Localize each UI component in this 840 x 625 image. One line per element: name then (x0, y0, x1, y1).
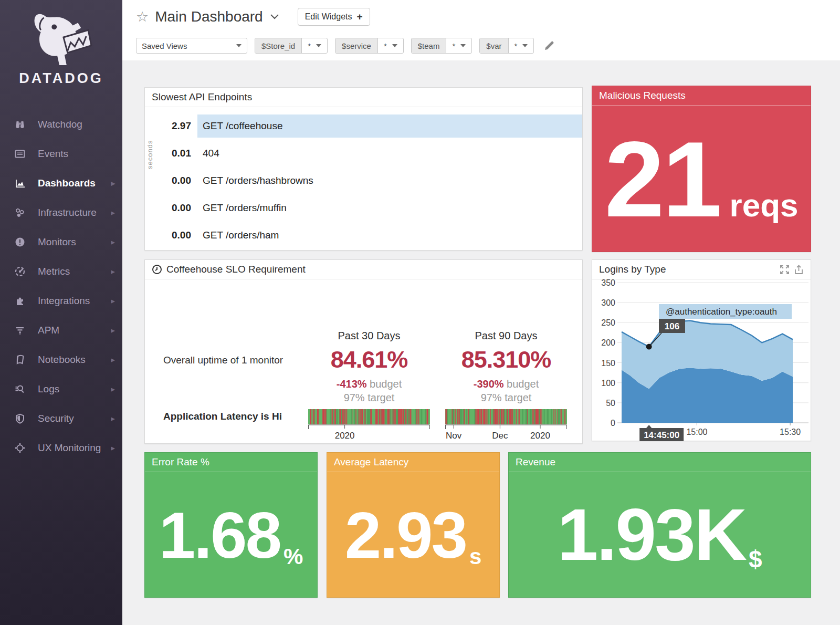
gauge-icon (14, 265, 26, 278)
query-value: 1.93K (557, 498, 746, 571)
variable-name: $service (335, 38, 378, 53)
sidebar-item-label: Metrics (38, 266, 111, 277)
variable-value[interactable]: * (378, 38, 403, 53)
slo-period-label: Past 30 Days (306, 330, 432, 342)
toplist-row[interactable]: 2.97GET /coffeehouse (145, 112, 582, 140)
widget-logins-by-type[interactable]: Logins by Type 05010015020025030035015:0… (592, 259, 811, 441)
sidebar-item-security[interactable]: Security▸ (0, 404, 122, 433)
slo-target: 97% target (443, 392, 569, 404)
edit-widgets-button[interactable]: Edit Widgets + (298, 8, 370, 26)
dashboard-canvas: Slowest API Endpoints seconds 2.97GET /c… (122, 60, 840, 625)
widget-average-latency[interactable]: Average Latency 2.93 s (327, 452, 500, 598)
export-share-icon[interactable] (794, 265, 804, 275)
widget-title: Slowest API Endpoints (145, 88, 582, 107)
puzzle-icon (14, 295, 26, 307)
chevron-right-icon: ▸ (111, 326, 115, 335)
widget-revenue[interactable]: Revenue 1.93K $ (508, 452, 811, 598)
svg-text:250: 250 (601, 318, 615, 327)
sidebar-item-integrations[interactable]: Integrations▸ (0, 286, 122, 316)
svg-text:Nov: Nov (446, 431, 462, 441)
query-unit: % (284, 546, 303, 568)
sidebar-item-logs[interactable]: Logs▸ (0, 374, 122, 404)
toplist-row[interactable]: 0.00GET /orders/ham (145, 222, 582, 249)
variable-name: $Store_id (255, 38, 302, 53)
chevron-down-icon (236, 44, 242, 47)
sidebar-item-ux-monitoring[interactable]: UX Monitoring▸ (0, 433, 122, 463)
edit-variables-pencil-icon[interactable] (543, 40, 555, 51)
sidebar-item-watchdog[interactable]: Watchdog (0, 110, 122, 139)
variable-value[interactable]: * (509, 38, 534, 53)
toplist-row[interactable]: 0.00GET /orders/hashbrowns (145, 167, 582, 194)
widget-error-rate[interactable]: Error Rate % 1.68 % (144, 452, 318, 598)
svg-text:350: 350 (601, 279, 615, 287)
slo-period-label: Past 90 Days (443, 330, 569, 342)
sidebar-item-label: Infrastructure (38, 207, 111, 218)
template-variable-team[interactable]: $team* (411, 38, 472, 54)
slo-budget: -413% budget (306, 378, 432, 390)
sidebar-item-metrics[interactable]: Metrics▸ (0, 257, 122, 286)
widget-malicious-requests[interactable]: Malicious Requests 21 reqs (592, 86, 811, 252)
chevron-right-icon: ▸ (111, 179, 115, 188)
toplist-row[interactable]: 0.01404 (145, 140, 582, 167)
row-label: GET /orders/ham (203, 230, 279, 241)
toplist-row[interactable]: 0.00GET /orders/muffin (145, 194, 582, 222)
slo-time-axis: NovDec2020 (445, 424, 567, 442)
svg-text:200: 200 (601, 338, 615, 347)
variable-value[interactable]: * (302, 38, 327, 53)
sidebar-item-notebooks[interactable]: Notebooks▸ (0, 345, 122, 374)
logins-stacked-area-chart[interactable]: 05010015020025030035015:0015:30@authenti… (592, 279, 811, 441)
chevron-right-icon: ▸ (111, 355, 115, 364)
row-label: GET /orders/muffin (203, 202, 287, 214)
variable-name: $var (480, 38, 508, 53)
title-chevron-down-icon[interactable] (270, 14, 279, 19)
sidebar-item-dashboards[interactable]: Dashboards▸ (0, 169, 122, 198)
row-value: 0.00 (145, 202, 191, 214)
query-value: 2.93 (345, 502, 466, 568)
log-search-icon (14, 383, 26, 395)
template-variable-Store_id[interactable]: $Store_id* (255, 38, 328, 54)
row-label: 404 (203, 148, 219, 159)
sidebar-item-label: Dashboards (38, 178, 111, 189)
svg-text:15:00: 15:00 (686, 428, 707, 436)
row-value: 0.01 (145, 148, 191, 159)
widget-title: Malicious Requests (592, 86, 811, 106)
toplist-body: seconds 2.97GET /coffeehouse0.014040.00G… (145, 107, 582, 249)
row-label: GET /coffeehouse (203, 120, 282, 132)
area-chart-icon (14, 177, 26, 190)
expand-icon[interactable] (780, 265, 790, 275)
slo-budget: -390% budget (443, 378, 569, 390)
variable-value[interactable]: * (446, 38, 471, 53)
template-variable-var[interactable]: $var* (479, 38, 534, 54)
svg-text:2020: 2020 (530, 431, 550, 441)
chevron-right-icon: ▸ (111, 443, 115, 453)
chevron-right-icon: ▸ (111, 296, 115, 306)
widget-title: Coffeehouse SLO Requirement (166, 264, 306, 275)
widget-title: Logins by Type (599, 264, 666, 275)
widget-title: Error Rate % (145, 453, 317, 472)
chevron-right-icon: ▸ (111, 237, 115, 247)
sidebar-item-apm[interactable]: APM▸ (0, 316, 122, 345)
globe-nodes-icon (14, 442, 26, 454)
sidebar-item-label: APM (38, 325, 111, 336)
sidebar-item-infrastructure[interactable]: Infrastructure▸ (0, 198, 122, 227)
sidebar-item-label: Monitors (38, 236, 111, 248)
row-value: 2.97 (145, 120, 191, 132)
widget-coffeehouse-slo[interactable]: Coffeehouse SLO Requirement Overall upti… (144, 259, 583, 444)
row-value: 0.00 (145, 175, 191, 186)
sidebar-item-events[interactable]: Events (0, 139, 122, 169)
svg-text:15:30: 15:30 (780, 428, 801, 436)
hexagons-icon (14, 206, 26, 219)
slo-monitor-name[interactable]: Application Latency is Hi (163, 411, 282, 422)
variable-name: $team (412, 38, 447, 53)
template-variable-service[interactable]: $service* (335, 38, 404, 54)
binoculars-icon (14, 118, 26, 131)
sidebar-item-monitors[interactable]: Monitors▸ (0, 227, 122, 257)
sidebar-item-label: Watchdog (38, 119, 115, 130)
alert-circle-icon (14, 236, 26, 248)
saved-views-select[interactable]: Saved Views (136, 38, 247, 54)
favorite-star-icon[interactable]: ☆ (136, 10, 149, 24)
sidebar-item-label: Logs (38, 383, 111, 395)
datadog-dog-icon (30, 7, 92, 66)
widget-slowest-api-endpoints[interactable]: Slowest API Endpoints seconds 2.97GET /c… (144, 87, 583, 251)
template-variable-pills: $Store_id*$service*$team*$var* (255, 38, 534, 54)
